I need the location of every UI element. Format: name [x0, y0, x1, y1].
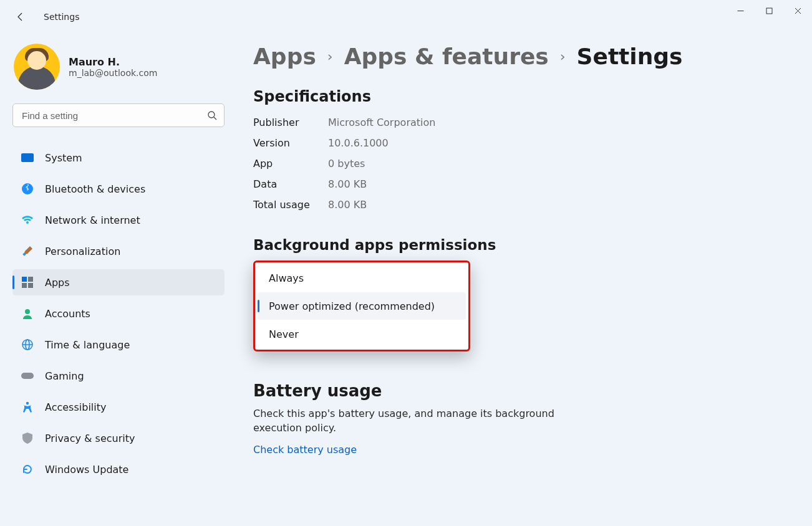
spec-label: Publisher	[253, 117, 328, 128]
svg-rect-1	[766, 8, 772, 14]
svg-rect-10	[28, 277, 33, 282]
sidebar-item-accounts[interactable]: Accounts	[12, 300, 225, 327]
system-icon	[21, 151, 34, 164]
sidebar-item-bluetooth[interactable]: Bluetooth & devices	[12, 176, 225, 202]
sidebar-item-windows-update[interactable]: Windows Update	[12, 456, 225, 482]
breadcrumb-apps-features[interactable]: Apps & features	[344, 44, 549, 69]
background-permissions-heading: Background apps permissions	[253, 237, 787, 253]
spec-label: Version	[253, 137, 328, 149]
sidebar-item-label: Accessibility	[45, 401, 106, 413]
search-input[interactable]	[12, 103, 225, 127]
spec-row-publisher: Publisher Microsoft Corporation	[253, 117, 787, 128]
globe-icon	[21, 338, 34, 351]
sidebar-item-network[interactable]: Network & internet	[12, 207, 225, 233]
sidebar-item-time-language[interactable]: Time & language	[12, 332, 225, 358]
profile-name: Mauro H.	[69, 56, 157, 68]
background-permissions-dropdown[interactable]: Always Power optimized (recommended) Nev…	[253, 261, 470, 351]
sidebar-item-personalization[interactable]: Personalization	[12, 238, 225, 264]
sidebar-item-privacy[interactable]: Privacy & security	[12, 425, 225, 451]
svg-rect-11	[22, 283, 27, 288]
spec-label: Data	[253, 178, 328, 190]
main-content: Apps › Apps & features › Settings Specif…	[253, 44, 787, 526]
spec-row-data: Data 8.00 KB	[253, 178, 787, 190]
breadcrumb-apps[interactable]: Apps	[253, 44, 316, 69]
sidebar-item-label: Time & language	[45, 339, 130, 351]
chevron-icon: ›	[327, 49, 333, 64]
spec-value: 8.00 KB	[328, 178, 367, 190]
check-battery-usage-link[interactable]: Check battery usage	[253, 444, 787, 456]
spec-value: 0 bytes	[328, 158, 365, 170]
sidebar-item-accessibility[interactable]: Accessibility	[12, 394, 225, 420]
nav: System Bluetooth & devices Network & int…	[12, 145, 225, 487]
search-wrap	[12, 103, 225, 127]
spec-row-app: App 0 bytes	[253, 158, 787, 170]
svg-point-13	[25, 309, 30, 314]
sidebar: Mauro H. m_lab@outlook.com System Blueto…	[12, 41, 225, 487]
update-icon	[21, 463, 34, 476]
svg-line-5	[214, 117, 216, 120]
battery-usage-description: Check this app's battery usage, and mana…	[253, 406, 602, 435]
svg-rect-17	[21, 373, 34, 379]
sidebar-item-label: Apps	[45, 277, 70, 289]
profile-email: m_lab@outlook.com	[69, 68, 157, 78]
sidebar-item-label: Accounts	[45, 308, 90, 320]
avatar	[14, 44, 60, 90]
profile-block[interactable]: Mauro H. m_lab@outlook.com	[12, 41, 225, 103]
spec-value: Microsoft Corporation	[328, 117, 435, 128]
person-icon	[21, 307, 34, 320]
battery-usage-heading: Battery usage	[253, 381, 787, 400]
svg-point-18	[26, 402, 29, 404]
wifi-icon	[21, 214, 34, 226]
sidebar-item-label: Personalization	[45, 246, 120, 257]
breadcrumb: Apps › Apps & features › Settings	[253, 44, 787, 69]
bluetooth-icon	[21, 183, 34, 195]
svg-rect-6	[21, 153, 34, 162]
dropdown-option-always[interactable]: Always	[258, 264, 466, 292]
sidebar-item-label: Windows Update	[45, 464, 128, 476]
spec-value: 10.0.6.1000	[328, 137, 389, 149]
chevron-icon: ›	[560, 49, 566, 64]
search-icon	[207, 110, 217, 120]
accessibility-icon	[21, 401, 34, 413]
maximize-button[interactable]	[755, 0, 783, 21]
window-controls	[726, 0, 812, 21]
sidebar-item-label: System	[45, 152, 82, 164]
spec-row-total: Total usage 8.00 KB	[253, 199, 787, 211]
sidebar-item-label: Bluetooth & devices	[45, 183, 145, 195]
gamepad-icon	[21, 370, 34, 382]
dropdown-option-never[interactable]: Never	[258, 320, 466, 348]
close-button[interactable]	[783, 0, 812, 21]
sidebar-item-label: Gaming	[45, 370, 84, 382]
dropdown-option-power-optimized[interactable]: Power optimized (recommended)	[258, 292, 466, 320]
breadcrumb-current: Settings	[577, 44, 683, 69]
brush-icon	[21, 245, 34, 257]
shield-icon	[21, 432, 34, 444]
spec-row-version: Version 10.0.6.1000	[253, 137, 787, 149]
specifications-heading: Specifications	[253, 88, 787, 105]
sidebar-item-label: Network & internet	[45, 214, 140, 226]
sidebar-item-gaming[interactable]: Gaming	[12, 363, 225, 389]
spec-value: 8.00 KB	[328, 199, 367, 211]
spec-label: Total usage	[253, 199, 328, 211]
header: Settings	[15, 11, 79, 22]
spec-label: App	[253, 158, 328, 170]
back-button[interactable]	[15, 11, 26, 22]
apps-icon	[21, 276, 34, 289]
sidebar-item-label: Privacy & security	[45, 433, 135, 444]
sidebar-item-system[interactable]: System	[12, 145, 225, 171]
spec-table: Publisher Microsoft Corporation Version …	[253, 117, 787, 211]
sidebar-item-apps[interactable]: Apps	[12, 269, 225, 295]
svg-rect-9	[22, 277, 27, 282]
minimize-button[interactable]	[726, 0, 755, 21]
app-title: Settings	[44, 12, 79, 22]
svg-point-4	[208, 112, 215, 118]
svg-rect-12	[28, 283, 33, 288]
